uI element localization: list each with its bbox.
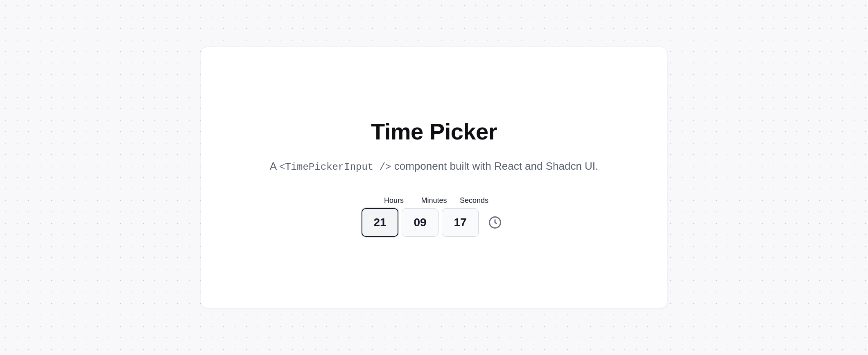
- minutes-label: Minutes: [416, 196, 452, 205]
- time-inputs: [362, 208, 506, 237]
- subtitle-prefix: A: [270, 160, 279, 172]
- subtitle-code: <TimePickerInput />: [279, 162, 391, 173]
- page-title: Time Picker: [371, 118, 497, 145]
- time-picker: Hours Minutes Seconds: [362, 196, 506, 237]
- hours-label: Hours: [375, 196, 412, 205]
- clock-button[interactable]: [484, 211, 506, 234]
- clock-icon: [488, 215, 502, 230]
- subtitle-suffix: component built with React and Shadcn UI…: [391, 160, 598, 172]
- time-labels: Hours Minutes Seconds: [375, 196, 493, 205]
- hours-input[interactable]: [362, 208, 398, 237]
- main-card: Time Picker A <TimePickerInput /> compon…: [201, 47, 667, 308]
- minutes-input[interactable]: [402, 208, 439, 237]
- subtitle: A <TimePickerInput /> component built wi…: [270, 158, 599, 175]
- seconds-input[interactable]: [442, 208, 479, 237]
- seconds-label: Seconds: [456, 196, 493, 205]
